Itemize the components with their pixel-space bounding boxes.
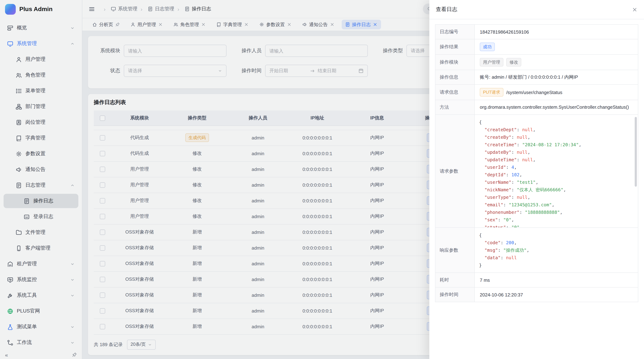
drawer-close-button[interactable] — [632, 6, 638, 12]
column-header[interactable]: 操作类型 — [168, 110, 226, 125]
row-checkbox[interactable] — [100, 167, 105, 172]
breadcrumb-item[interactable]: 日志管理 — [138, 6, 174, 12]
hamburger-menu-button[interactable] — [89, 6, 95, 12]
cell-system-module: 用户管理 — [111, 208, 168, 224]
table-row[interactable]: 代码生成 生成代码 admin 0:0:0:0:0:0:0:1 内网IP 成功 — [94, 130, 460, 146]
log-detail-table: 日志编号 1842781986426159106 操作结果 成功 操作模块 用户… — [435, 24, 638, 302]
table-row[interactable]: OSS对象存储 新增 admin 0:0:0:0:0:0:0:1 内网IP 成功 — [94, 256, 460, 271]
table-row[interactable]: OSS对象存储 新增 admin 0:0:0:0:0:0:0:1 内网IP 成功 — [94, 287, 460, 303]
table-row[interactable]: 代码生成 修改 admin 0:0:0:0:0:0:0:1 内网IP 成功 — [94, 146, 460, 161]
sidebar-item[interactable]: 系统工具 — [4, 288, 78, 303]
tab[interactable]: 字典管理 — [213, 20, 252, 29]
sidebar-item-label: 操作日志 — [33, 198, 66, 204]
cell-operator: admin — [226, 240, 290, 256]
row-checkbox[interactable] — [100, 230, 105, 235]
row-checkbox[interactable] — [100, 182, 105, 188]
operator-input[interactable] — [265, 45, 368, 57]
table-row[interactable]: 用户管理 修改 admin 0:0:0:0:0:0:0:1 内网IP 成功 — [94, 161, 460, 177]
op-time-range-picker[interactable]: 开始日期 结束日期 — [265, 65, 368, 77]
close-icon[interactable] — [244, 22, 249, 27]
sidebar-item[interactable]: 工作流 — [4, 336, 78, 350]
page-size-select[interactable]: 20条/页 — [127, 340, 156, 350]
sidebar-item[interactable]: 角色管理 — [4, 68, 78, 82]
close-icon[interactable] — [330, 22, 334, 27]
tab[interactable]: 分析页 — [89, 20, 124, 29]
sidebar-item[interactable]: 字典管理 — [4, 131, 78, 145]
sidebar-item[interactable]: 登录日志 — [4, 210, 78, 224]
table-row[interactable]: OSS对象存储 新增 admin 0:0:0:0:0:0:0:1 内网IP 成功 — [94, 271, 460, 287]
tab[interactable]: 操作日志 — [342, 20, 381, 29]
total-records: 共 189 条记录 — [94, 341, 123, 348]
sidebar-item[interactable]: 部门管理 — [4, 99, 78, 114]
table-row[interactable]: OSS对象存储 新增 admin 0:0:0:0:0:0:0:1 内网IP 成功 — [94, 224, 460, 240]
tab[interactable]: 用户管理 — [127, 20, 166, 29]
detail-row-op-time: 操作时间 2024-10-06 12:20:37 — [436, 288, 638, 302]
cell-operator: admin — [226, 161, 290, 177]
sidebar-item[interactable]: 岗位管理 — [4, 115, 78, 129]
table-row[interactable]: 用户管理 修改 admin 0:0:0:0:0:0:0:1 内网IP 成功 — [94, 193, 460, 208]
status-select[interactable]: 请选择 — [124, 65, 226, 77]
breadcrumb-item[interactable]: 系统管理 — [100, 6, 138, 12]
row-checkbox[interactable] — [100, 277, 105, 282]
close-icon[interactable] — [201, 22, 206, 27]
row-checkbox[interactable] — [100, 245, 105, 251]
sidebar-item[interactable]: 客户端管理 — [4, 241, 78, 255]
response-params-json: { "code": 200, "msg": "操作成功", "data": nu… — [475, 228, 638, 273]
column-header[interactable]: 系统模块 — [111, 110, 168, 125]
tab[interactable]: 通知公告 — [299, 20, 338, 29]
sidebar-item[interactable]: 租户管理 — [4, 257, 78, 271]
close-icon[interactable] — [158, 22, 163, 27]
row-checkbox[interactable] — [100, 324, 105, 329]
table-row[interactable]: OSS对象存储 新增 admin 0:0:0:0:0:0:0:1 内网IP 成功 — [94, 319, 460, 334]
collapse-sidebar-button[interactable]: « — [5, 352, 8, 358]
sidebar-item[interactable]: 概览 — [4, 21, 78, 35]
tab[interactable]: 参数设置 — [256, 20, 295, 29]
role-icon — [16, 72, 22, 78]
row-checkbox[interactable] — [100, 308, 105, 314]
sidebar-item[interactable]: 系统监控 — [4, 273, 78, 287]
module-tag: 用户管理 — [480, 58, 504, 66]
system-module-input[interactable] — [124, 45, 226, 57]
sidebar-item-label: 通知公告 — [26, 166, 66, 173]
close-icon[interactable] — [373, 22, 378, 27]
table-row[interactable]: OSS对象存储 新增 admin 0:0:0:0:0:0:0:1 内网IP 成功 — [94, 303, 460, 319]
json-scrollbar-thumb[interactable] — [635, 117, 637, 187]
sidebar-item[interactable]: 菜单管理 — [4, 84, 78, 98]
row-checkbox[interactable] — [100, 135, 105, 140]
breadcrumb-item[interactable]: 操作日志 — [174, 6, 211, 12]
sidebar-item-label: 客户端管理 — [26, 245, 66, 251]
sidebar-item[interactable]: 用户管理 — [4, 52, 78, 66]
sidebar-item[interactable]: 日志管理 — [4, 178, 78, 192]
cell-ip-info: 内网IP — [345, 287, 409, 303]
dept-icon — [16, 103, 22, 110]
table-row[interactable]: 用户管理 修改 admin 0:0:0:0:0:0:0:1 内网IP 成功 — [94, 208, 460, 224]
tab[interactable]: 角色管理 — [170, 20, 209, 29]
brand[interactable]: Plus Admin — [0, 0, 82, 18]
request-params-json[interactable]: { "createDept": null, "createBy": null, … — [475, 115, 638, 227]
pin-icon[interactable] — [115, 22, 120, 27]
row-checkbox[interactable] — [100, 293, 105, 298]
pin-sidebar-button[interactable] — [72, 352, 77, 357]
sidebar-item[interactable]: 文件管理 — [4, 225, 78, 240]
cell-ip: 0:0:0:0:0:0:0:1 — [290, 240, 345, 256]
sidebar-item[interactable]: 参数设置 — [4, 147, 78, 161]
row-checkbox[interactable] — [100, 151, 105, 156]
filter-system-module: 系统模块 — [95, 45, 226, 57]
login-icon — [24, 214, 30, 220]
sidebar-item[interactable]: 测试菜单 — [4, 320, 78, 334]
sidebar-item[interactable]: 通知公告 — [4, 162, 78, 177]
row-checkbox[interactable] — [100, 214, 105, 219]
table-row[interactable]: OSS对象存储 新增 admin 0:0:0:0:0:0:0:1 内网IP 成功 — [94, 240, 460, 256]
sidebar-item[interactable]: 系统管理 — [4, 36, 78, 51]
column-header[interactable]: 操作人员 — [226, 110, 290, 125]
close-icon[interactable] — [287, 22, 292, 27]
sidebar-item[interactable]: PLUS官网 — [4, 304, 78, 318]
table-row[interactable]: 用户管理 修改 admin 0:0:0:0:0:0:0:1 内网IP 成功 — [94, 177, 460, 193]
column-header[interactable]: IP信息 — [345, 110, 409, 125]
select-all-checkbox[interactable] — [100, 115, 105, 121]
sidebar-item-label: 租户管理 — [17, 261, 66, 267]
row-checkbox[interactable] — [100, 198, 105, 203]
row-checkbox[interactable] — [100, 261, 105, 266]
sidebar-item[interactable]: 操作日志 — [4, 194, 78, 208]
column-header[interactable]: IP地址 — [290, 110, 345, 125]
